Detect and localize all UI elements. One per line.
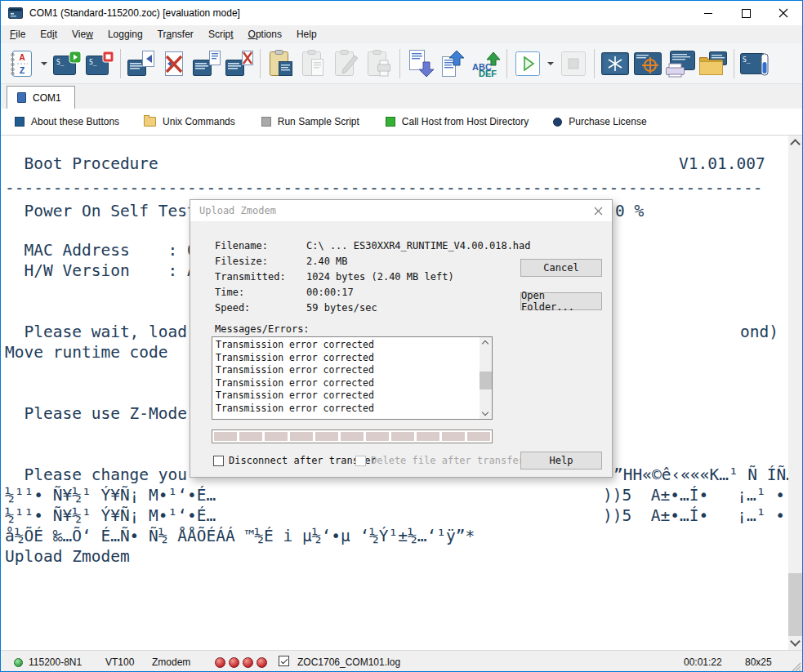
dialog-field-speed: Speed:59 bytes/sec — [215, 302, 377, 314]
progress-segment — [442, 432, 465, 441]
terminal-line: ----------------------------------------… — [5, 178, 787, 198]
menu-bar: File Edit View Logging Transfer Script O… — [1, 25, 802, 43]
tab-strip: COM1 — [1, 84, 802, 109]
scrollbar-thumb[interactable] — [480, 372, 492, 389]
host-directory-button[interactable]: A Z — [5, 47, 38, 81]
maximize-button[interactable] — [727, 1, 765, 25]
dialog-field-transmitted: Transmitted:1024 bytes (2.40 MB left) — [215, 271, 454, 283]
status-connection[interactable]: 115200-8N1 — [29, 656, 82, 668]
receive-file-button[interactable] — [404, 47, 437, 81]
session-doc-left-arrow-icon — [127, 50, 156, 78]
clipboard-print-button — [363, 47, 395, 81]
gray-square-icon — [261, 117, 271, 127]
run-script-button[interactable]: S_ — [51, 47, 83, 81]
transfer-progress-bar — [212, 429, 493, 443]
signal-led-icon — [229, 657, 239, 668]
minimize-button[interactable] — [689, 1, 727, 25]
disconnect-after-transfer-checkbox[interactable]: Disconnect after transfer — [213, 455, 377, 466]
svg-text:S_: S_ — [743, 56, 751, 64]
window-title: COM1 (Standard-115200.zoc) [evaluation m… — [29, 7, 240, 19]
run-button[interactable] — [511, 47, 544, 81]
resize-grip-icon[interactable] — [791, 661, 801, 672]
session-folder-button[interactable] — [697, 47, 729, 81]
quick-about-buttons[interactable]: About these Buttons — [15, 116, 119, 127]
menu-help[interactable]: Help — [289, 26, 324, 42]
menu-transfer[interactable]: Transfer — [150, 26, 201, 42]
cancel-script-button[interactable]: S_ — [83, 47, 116, 81]
terminal-line: Boot ProcedureV1.01.007 — [5, 154, 787, 174]
send-text-button[interactable]: ABC DEF — [470, 47, 502, 81]
menu-options[interactable]: Options — [241, 26, 289, 42]
folder-icon — [144, 117, 156, 127]
status-emulation[interactable]: VT100 — [105, 656, 134, 668]
help-button[interactable]: Help — [520, 452, 602, 470]
capture-print-button[interactable] — [664, 47, 697, 81]
disconnect-button[interactable] — [158, 47, 190, 81]
open-session-profile-button[interactable] — [190, 47, 223, 81]
zoc-window: COM1 (Standard-115200.zoc) [evaluation m… — [0, 0, 803, 672]
target-host-button[interactable] — [631, 47, 664, 81]
check-icon — [281, 657, 288, 664]
tab-label: COM1 — [33, 92, 61, 104]
stop-icon — [560, 51, 587, 77]
toolbar: A Z S_ S_ — [1, 43, 802, 84]
svg-text:DEF: DEF — [479, 69, 497, 78]
send-file-button[interactable] — [437, 47, 470, 81]
quick-call-host[interactable]: Call Host from Host Directory — [386, 116, 529, 127]
connect-session-button[interactable] — [125, 47, 158, 81]
session-profile-close-icon — [225, 50, 254, 78]
download-file-icon — [407, 49, 435, 78]
menu-logging[interactable]: Logging — [100, 26, 150, 42]
terminal-printer-icon — [665, 50, 696, 78]
close-session-profile-button[interactable] — [223, 47, 256, 81]
phonebook-az-icon: A Z — [9, 50, 33, 78]
message-item: Transmission error corrected — [212, 364, 492, 377]
messages-listbox[interactable]: Transmission error corrected Transmissio… — [212, 336, 493, 420]
paste-icon — [267, 49, 295, 78]
terminal-screen[interactable]: Boot ProcedureV1.01.007 ----------------… — [1, 136, 802, 650]
message-item: Transmission error corrected — [212, 339, 492, 352]
dialog-field-filename: Filename:C:\ ... ES30XXR4_RUNTIME_V4.00.… — [215, 240, 531, 251]
clear-screen-button[interactable] — [599, 47, 631, 81]
logging-checkbox[interactable] — [279, 656, 289, 666]
menu-file[interactable]: File — [2, 26, 33, 42]
progress-segment — [239, 432, 262, 441]
terminal-scrollbar[interactable] — [788, 136, 802, 650]
dialog-close-button[interactable] — [584, 200, 612, 221]
menu-script[interactable]: Script — [201, 26, 241, 42]
close-button[interactable] — [765, 1, 802, 25]
cancel-button[interactable]: Cancel — [520, 259, 602, 277]
progress-segment — [290, 432, 313, 441]
chevron-down-icon — [41, 62, 47, 65]
messages-scrollbar[interactable] — [480, 337, 492, 419]
quick-run-sample-script[interactable]: Run Sample Script — [261, 116, 359, 127]
toolbar-separator — [399, 49, 400, 78]
scroll-up-icon[interactable] — [790, 139, 801, 149]
terminal-snowflake-icon — [600, 51, 630, 76]
terminal-line: Upload Zmodem — [5, 546, 787, 567]
run-dropdown[interactable] — [544, 47, 557, 81]
scripting-lab-button[interactable]: S_ — [738, 47, 771, 81]
signal-led-icon — [215, 657, 225, 668]
message-item: Transmission error corrected — [212, 389, 492, 403]
scrollbar-thumb[interactable] — [788, 573, 802, 636]
folder-sessions-icon — [698, 51, 729, 77]
quick-purchase-license[interactable]: Purchase License — [553, 116, 646, 127]
host-directory-dropdown[interactable] — [38, 47, 51, 81]
status-protocol[interactable]: Zmodem — [152, 656, 190, 668]
scroll-down-icon[interactable] — [790, 636, 801, 647]
dialog-title-bar[interactable]: Upload Zmodem — [190, 200, 612, 221]
progress-segment — [341, 432, 364, 441]
open-folder-button[interactable]: Open Folder... — [520, 292, 602, 310]
status-log-file[interactable]: ZOC1706_COM101.log — [297, 656, 400, 668]
terminal-line: ½¹¹• Ñ¥½¹ Ý¥Ñ¡ M•¹‘•É…))5 A±•…Í• ¡…¹ • — [5, 505, 787, 526]
quick-unix-commands[interactable]: Unix Commands — [144, 116, 235, 127]
message-item: Transmission error corrected — [212, 377, 492, 390]
upload-file-icon — [439, 49, 467, 78]
scroll-up-icon[interactable] — [482, 340, 488, 347]
menu-view[interactable]: View — [65, 26, 100, 42]
scroll-down-icon[interactable] — [482, 409, 488, 416]
tab-com1[interactable]: COM1 — [7, 86, 75, 109]
menu-edit[interactable]: Edit — [33, 26, 65, 42]
paste-button[interactable] — [265, 47, 297, 81]
